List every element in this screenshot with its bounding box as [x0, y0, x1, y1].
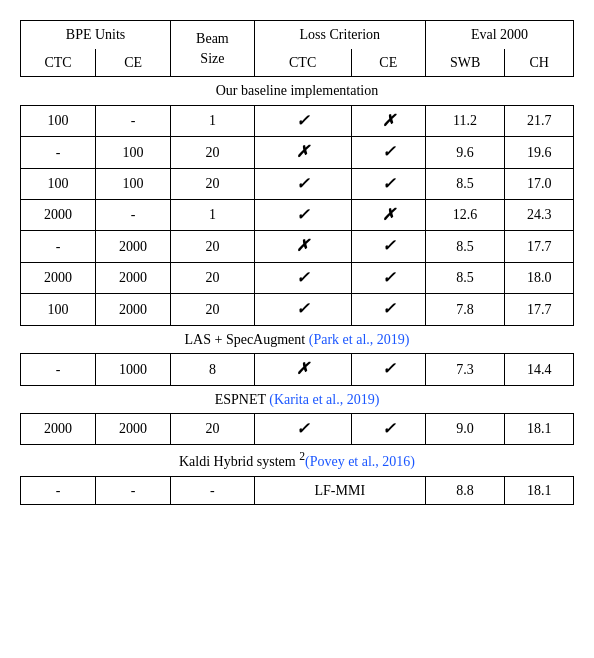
table-row: - 2000 20 ✗ ✓ 8.5 17.7 [21, 231, 574, 262]
loss-ctc-cell: ✗ [254, 354, 351, 385]
citation: (Park et al., 2019) [309, 332, 410, 347]
ch-header: CH [505, 49, 574, 77]
table-row: 2000 2000 20 ✓ ✓ 9.0 18.1 [21, 414, 574, 445]
loss-ce-header: CE [351, 49, 425, 77]
ce-cell: 2000 [96, 231, 171, 262]
beam-cell: 1 [171, 199, 255, 230]
swb-cell: 12.6 [425, 199, 504, 230]
loss-ctc-cell: ✓ [254, 294, 351, 325]
ctc-cell: 100 [21, 168, 96, 199]
section-label: Kaldi Hybrid system 2(Povey et al., 2016… [21, 445, 574, 476]
beam-cell: - [171, 476, 255, 505]
loss-criterion-header: Loss Criterion [254, 21, 425, 49]
ch-cell: 17.7 [505, 294, 574, 325]
ch-cell: 18.1 [505, 414, 574, 445]
ch-cell: 24.3 [505, 199, 574, 230]
ch-cell: 18.1 [505, 476, 574, 505]
results-table: BPE Units BeamSize Loss Criterion Eval 2… [20, 20, 574, 505]
ctc-cell: 100 [21, 294, 96, 325]
ctc-cell: 2000 [21, 199, 96, 230]
ce-cell: 1000 [96, 354, 171, 385]
ce-cell: 2000 [96, 414, 171, 445]
ch-cell: 19.6 [505, 137, 574, 168]
ctc-cell: - [21, 354, 96, 385]
beam-cell: 20 [171, 231, 255, 262]
swb-cell: 7.8 [425, 294, 504, 325]
swb-cell: 9.0 [425, 414, 504, 445]
section-label: ESPNET (Karita et al., 2019) [21, 385, 574, 414]
table-row: - 1000 8 ✗ ✓ 7.3 14.4 [21, 354, 574, 385]
ctc-cell: - [21, 231, 96, 262]
swb-cell: 8.5 [425, 231, 504, 262]
beam-cell: 8 [171, 354, 255, 385]
ch-cell: 21.7 [505, 105, 574, 136]
ch-cell: 17.0 [505, 168, 574, 199]
loss-ctc-cell: ✓ [254, 105, 351, 136]
beam-cell: 20 [171, 414, 255, 445]
table-row: 2000 - 1 ✓ ✗ 12.6 24.3 [21, 199, 574, 230]
ce-cell: - [96, 199, 171, 230]
loss-ce-cell: ✓ [351, 294, 425, 325]
table-row: - 100 20 ✗ ✓ 9.6 19.6 [21, 137, 574, 168]
beam-cell: 20 [171, 168, 255, 199]
eval2000-header: Eval 2000 [425, 21, 573, 49]
section-header-row: LAS + SpecAugment (Park et al., 2019) [21, 325, 574, 354]
ch-cell: 17.7 [505, 231, 574, 262]
section-label: LAS + SpecAugment (Park et al., 2019) [21, 325, 574, 354]
ctc-cell: - [21, 476, 96, 505]
loss-ce-cell: ✓ [351, 137, 425, 168]
header-row-2: CTC CE CTC CE SWB CH [21, 49, 574, 77]
beam-size-header: BeamSize [171, 21, 255, 77]
lfmmi-cell: LF-MMI [254, 476, 425, 505]
loss-ctc-cell: ✗ [254, 137, 351, 168]
section-label: Our baseline implementation [21, 77, 574, 106]
loss-ce-cell: ✗ [351, 105, 425, 136]
ch-cell: 18.0 [505, 262, 574, 293]
table-row: 100 100 20 ✓ ✓ 8.5 17.0 [21, 168, 574, 199]
loss-ctc-cell: ✓ [254, 168, 351, 199]
beam-cell: 20 [171, 137, 255, 168]
loss-ctc-cell: ✗ [254, 231, 351, 262]
ch-cell: 14.4 [505, 354, 574, 385]
loss-ce-cell: ✗ [351, 199, 425, 230]
section-header-row: Kaldi Hybrid system 2(Povey et al., 2016… [21, 445, 574, 476]
ctc-cell: 100 [21, 105, 96, 136]
loss-ce-cell: ✓ [351, 262, 425, 293]
ce-cell: 100 [96, 168, 171, 199]
ce-cell: 100 [96, 137, 171, 168]
swb-cell: 9.6 [425, 137, 504, 168]
swb-header: SWB [425, 49, 504, 77]
loss-ctc-cell: ✓ [254, 199, 351, 230]
table-row: 2000 2000 20 ✓ ✓ 8.5 18.0 [21, 262, 574, 293]
ctc-cell: 2000 [21, 262, 96, 293]
ctc-cell: 2000 [21, 414, 96, 445]
loss-ce-cell: ✓ [351, 231, 425, 262]
section-header-row: ESPNET (Karita et al., 2019) [21, 385, 574, 414]
lfmmi-row: - - - LF-MMI 8.8 18.1 [21, 476, 574, 505]
loss-ce-cell: ✓ [351, 354, 425, 385]
loss-ctc-cell: ✓ [254, 262, 351, 293]
ce-cell: - [96, 476, 171, 505]
swb-cell: 11.2 [425, 105, 504, 136]
citation: (Povey et al., 2016) [305, 454, 415, 469]
beam-cell: 20 [171, 262, 255, 293]
beam-cell: 1 [171, 105, 255, 136]
swb-cell: 8.5 [425, 262, 504, 293]
ce-cell: 2000 [96, 294, 171, 325]
loss-ce-cell: ✓ [351, 168, 425, 199]
bpe-units-header: BPE Units [21, 21, 171, 49]
section-header-row: Our baseline implementation [21, 77, 574, 106]
citation: (Karita et al., 2019) [269, 392, 379, 407]
swb-cell: 8.8 [425, 476, 504, 505]
loss-ctc-cell: ✓ [254, 414, 351, 445]
ctc-header: CTC [21, 49, 96, 77]
beam-cell: 20 [171, 294, 255, 325]
swb-cell: 7.3 [425, 354, 504, 385]
table-row: 100 2000 20 ✓ ✓ 7.8 17.7 [21, 294, 574, 325]
ce-cell: - [96, 105, 171, 136]
table-row: 100 - 1 ✓ ✗ 11.2 21.7 [21, 105, 574, 136]
loss-ce-cell: ✓ [351, 414, 425, 445]
loss-ctc-header: CTC [254, 49, 351, 77]
swb-cell: 8.5 [425, 168, 504, 199]
ce-header: CE [96, 49, 171, 77]
